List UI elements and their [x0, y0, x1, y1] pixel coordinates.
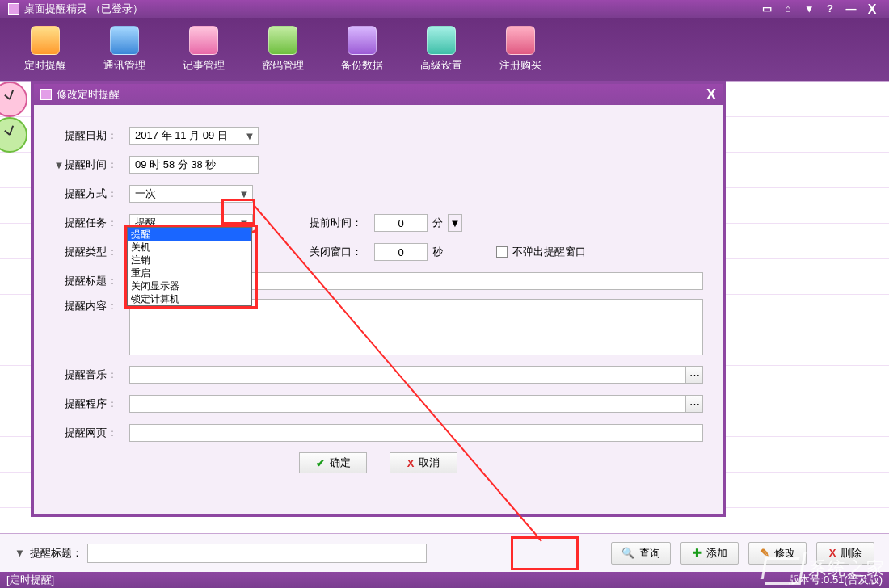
- advance-input[interactable]: 0: [374, 214, 428, 232]
- url-input[interactable]: [129, 424, 703, 442]
- filter-input[interactable]: [87, 544, 427, 563]
- chevron-down-icon: ▼: [236, 188, 252, 200]
- dialog-icon: [40, 89, 52, 100]
- browse-program-button[interactable]: ⋯: [685, 395, 703, 413]
- ok-label: 确定: [330, 456, 351, 470]
- dropdown-option[interactable]: 关机: [128, 241, 251, 254]
- mode-label: 提醒方式：: [65, 187, 129, 201]
- help-icon[interactable]: ?: [821, 2, 839, 15]
- toolbar-label: 注册购买: [499, 58, 541, 73]
- dialog-title: 修改定时提醒: [57, 87, 120, 102]
- window-title: 桌面提醒精灵 （已登录）: [24, 2, 755, 16]
- x-icon: X: [407, 457, 415, 469]
- dialog-close-icon[interactable]: X: [706, 86, 716, 103]
- date-value: 2017 年 11 月 09 日: [130, 128, 242, 143]
- advance-label: 提前时间：: [310, 216, 374, 230]
- dropdown-option[interactable]: 注销: [128, 254, 251, 267]
- bottom-bar: ▼ 提醒标题： 🔍查询 ✚添加 ✎修改 X删除: [0, 533, 889, 572]
- main-titlebar: 桌面提醒精灵 （已登录） ▭ ⌂ ▾ ? — X: [0, 0, 889, 18]
- dropdown-option[interactable]: 提醒: [128, 228, 251, 241]
- toolbar-label: 密码管理: [262, 58, 304, 73]
- toolbar-label: 通讯管理: [103, 58, 145, 73]
- collapse-arrow-icon[interactable]: ▼: [53, 159, 65, 171]
- toolbar-item[interactable]: 定时提醒: [24, 26, 66, 73]
- home-icon[interactable]: ⌂: [779, 2, 797, 15]
- title-label: 提醒标题：: [65, 274, 129, 288]
- advance-value: 0: [398, 217, 403, 229]
- minimize-icon[interactable]: —: [842, 2, 860, 15]
- watermark: 系统之家: [768, 552, 886, 585]
- toolbar-icon: [189, 26, 218, 55]
- close-input[interactable]: 0: [374, 243, 428, 261]
- app-icon: [8, 3, 19, 15]
- content-label: 提醒内容：: [65, 296, 129, 313]
- music-label: 提醒音乐：: [65, 368, 129, 382]
- clock-icon: [0, 82, 27, 117]
- dialog-body: 提醒日期： 2017 年 11 月 09 日 ▼ ▼ 提醒时间： 09 时 58…: [34, 105, 723, 514]
- close-value: 0: [398, 246, 403, 258]
- toolbar-label: 高级设置: [420, 58, 462, 73]
- status-bar: [定时提醒] 版本号:0.51(普及版): [0, 572, 889, 588]
- dropdown-option[interactable]: 关闭显示器: [128, 279, 251, 292]
- toolbar-item[interactable]: 高级设置: [420, 26, 462, 73]
- add-button[interactable]: ✚添加: [680, 542, 739, 565]
- dialog-titlebar: 修改定时提醒 X: [34, 84, 723, 105]
- menu-arrow-icon[interactable]: ▾: [800, 2, 818, 15]
- toolbar-icon: [31, 26, 60, 55]
- query-label: 查询: [639, 546, 660, 561]
- toolbar-icon: [427, 26, 456, 55]
- ok-button[interactable]: ✔确定: [299, 452, 367, 473]
- query-button[interactable]: 🔍查询: [611, 542, 671, 565]
- watermark-logo-icon: [765, 552, 806, 585]
- no-popup-checkbox[interactable]: [496, 246, 508, 258]
- time-input[interactable]: 09 时 58 分 38 秒: [129, 156, 259, 174]
- toolbar-item[interactable]: 通讯管理: [103, 26, 145, 73]
- browse-music-button[interactable]: ⋯: [685, 366, 703, 384]
- dropdown-option[interactable]: 重启: [128, 267, 251, 279]
- time-label: 提醒时间：: [65, 158, 129, 172]
- main-toolbar: 定时提醒通讯管理记事管理密码管理备份数据高级设置注册购买: [0, 18, 889, 81]
- edit-reminder-dialog: 修改定时提醒 X 提醒日期： 2017 年 11 月 09 日 ▼ ▼ 提醒时间…: [31, 81, 726, 517]
- mode-select[interactable]: 一次 ▼: [129, 185, 253, 203]
- toolbar-icon: [506, 26, 535, 55]
- close-label: 关闭窗口：: [310, 245, 374, 259]
- close-unit: 秒: [432, 245, 443, 259]
- toolbar-item[interactable]: 密码管理: [262, 26, 304, 73]
- plus-icon: ✚: [693, 547, 702, 559]
- content-input[interactable]: [129, 299, 703, 355]
- dropdown-option[interactable]: 锁定计算机: [128, 292, 251, 305]
- url-label: 提醒网页：: [65, 426, 129, 440]
- time-value: 09 时 58 分 38 秒: [135, 158, 216, 172]
- toolbar-item[interactable]: 备份数据: [341, 26, 383, 73]
- program-input[interactable]: [129, 395, 686, 413]
- watermark-text: 系统之家: [808, 556, 886, 581]
- toolbar-icon: [110, 26, 139, 55]
- add-label: 添加: [706, 546, 727, 561]
- status-tab: [定时提醒]: [6, 573, 54, 587]
- chevron-down-icon: ▼: [242, 130, 258, 142]
- check-icon: ✔: [316, 457, 325, 469]
- close-icon[interactable]: X: [863, 2, 881, 15]
- date-select[interactable]: 2017 年 11 月 09 日 ▼: [129, 127, 259, 145]
- mode-value: 一次: [130, 187, 236, 201]
- toolbar-item[interactable]: 注册购买: [499, 26, 541, 73]
- cancel-button[interactable]: X取消: [390, 452, 457, 473]
- tool-icon[interactable]: ▭: [758, 2, 776, 15]
- chevron-down-icon[interactable]: ▼: [448, 214, 462, 232]
- toolbar-item[interactable]: 记事管理: [183, 26, 225, 73]
- advance-unit: 分: [432, 216, 443, 230]
- toolbar-label: 定时提醒: [24, 58, 66, 73]
- task-label: 提醒任务：: [65, 216, 129, 230]
- toolbar-icon: [348, 26, 377, 55]
- toolbar-icon: [268, 26, 297, 55]
- filter-label: 提醒标题：: [30, 546, 82, 561]
- type-label: 提醒类型：: [65, 245, 129, 259]
- date-label: 提醒日期：: [65, 128, 129, 143]
- clock-icon: [0, 117, 27, 153]
- music-input[interactable]: [129, 366, 686, 384]
- cancel-label: 取消: [419, 456, 440, 470]
- search-icon: 🔍: [621, 547, 634, 559]
- collapse-arrow-icon[interactable]: ▼: [15, 547, 25, 559]
- no-popup-label: 不弹出提醒窗口: [512, 245, 586, 259]
- program-label: 提醒程序：: [65, 397, 129, 411]
